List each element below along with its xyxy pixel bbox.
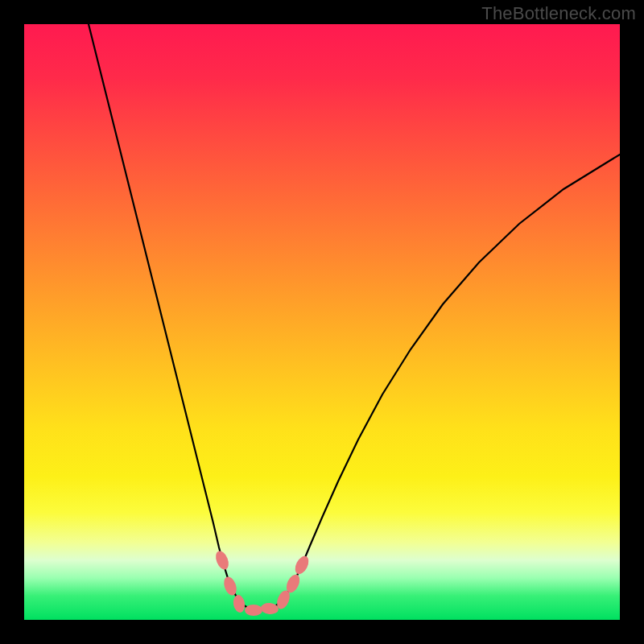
curve-marker (260, 602, 279, 615)
watermark-text: TheBottleneck.com (481, 3, 636, 24)
curve-marker (232, 594, 246, 613)
curve-marker (213, 549, 231, 571)
curve-markers (213, 549, 312, 616)
curve-marker (245, 605, 262, 616)
chart-svg (24, 24, 620, 620)
curve-marker (292, 554, 311, 576)
curve-marker (221, 575, 238, 597)
chart-plot-area (24, 24, 620, 620)
bottleneck-curve (89, 24, 620, 610)
